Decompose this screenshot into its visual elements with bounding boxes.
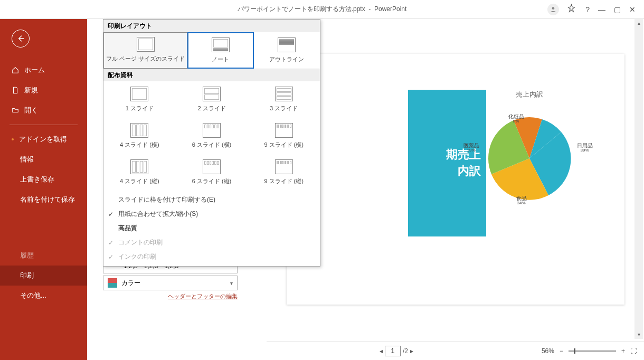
minimize-button[interactable]: ― — [598, 5, 605, 14]
preview-footer: ◂ /2 ▸ 56% − + ⛶ — [267, 341, 644, 360]
print-preview: 期売上 内訳 売上内訳 日用品39% 食品34% 医薬品19% 化粧品 — [267, 19, 644, 339]
handout-6h[interactable]: 6 スライド (横) — [176, 118, 248, 154]
chart: 売上内訳 日用品39% 食品34% 医薬品19% 化粧品8% — [456, 90, 603, 213]
maximize-button[interactable]: ▢ — [614, 5, 621, 14]
svg-point-0 — [552, 7, 555, 10]
zoom-slider[interactable] — [569, 350, 616, 352]
layout-full-page[interactable]: フル ページ サイズのスライド — [103, 32, 187, 69]
page-input[interactable] — [385, 346, 401, 356]
handout-header: 配布資料 — [103, 69, 320, 81]
fit-to-window[interactable]: ⛶ — [630, 347, 637, 355]
backstage-sidebar: ホーム 新規 開く アドインを取得 情報 上書き保存 名前を付けて保存 履歴 印… — [0, 19, 87, 360]
handout-4h[interactable]: 4 スライド (横) — [103, 118, 176, 154]
prev-page[interactable]: ◂ — [380, 347, 383, 355]
zoom-in[interactable]: + — [621, 347, 625, 355]
layout-header: 印刷レイアウト — [103, 20, 320, 32]
close-button[interactable]: ✕ — [629, 5, 636, 14]
help-button[interactable]: ? — [585, 5, 590, 14]
page-navigator: ◂ /2 ▸ — [380, 346, 413, 356]
sidebar-open[interactable]: 開く — [0, 100, 87, 120]
app-name: PowerPoint — [374, 5, 406, 13]
filename: パワーポイントでノートを印刷する方法.pptx — [238, 5, 365, 13]
zoom-out[interactable]: − — [560, 347, 563, 355]
handout-3[interactable]: 3 スライド — [248, 81, 320, 118]
handout-4v[interactable]: 4 スライド (縦) — [103, 154, 176, 191]
scroll-up[interactable]: ▴ — [634, 19, 643, 27]
label-daily: 日用品39% — [577, 143, 593, 153]
opt-frame-slides[interactable]: スライドに枠を付けて印刷する(E) — [103, 193, 320, 207]
sidebar-home[interactable]: ホーム — [0, 60, 87, 80]
account-avatar[interactable] — [547, 4, 559, 15]
layout-outline[interactable]: アウトライン — [254, 32, 320, 69]
slide-page: 期売上 内訳 売上内訳 日用品39% 食品34% 医薬品19% 化粧品 — [287, 54, 624, 305]
coming-soon-icon[interactable] — [567, 4, 577, 15]
sidebar-new[interactable]: 新規 — [0, 80, 87, 100]
zoom-value: 56% — [542, 347, 554, 355]
color-icon — [108, 278, 117, 288]
chart-title: 売上内訳 — [456, 90, 603, 99]
sidebar-history[interactable]: 履歴 — [0, 245, 87, 266]
label-food: 食品34% — [516, 195, 527, 206]
opt-print-ink: ✓インクの印刷 — [103, 250, 320, 264]
handout-1[interactable]: 1 スライド — [103, 81, 176, 118]
handout-6v[interactable]: 6 スライド (縦) — [176, 154, 248, 191]
print-layout-popup: 印刷レイアウト フル ページ サイズのスライド ノート アウトライン 配布資料 … — [103, 19, 320, 267]
sidebar-other[interactable]: その他... — [0, 286, 87, 306]
chevron-down-icon: ▾ — [230, 280, 233, 286]
handout-9h[interactable]: 9 スライド (横) — [248, 118, 320, 154]
opt-high-quality[interactable]: 高品質 — [103, 221, 320, 235]
title-bar: パワーポイントでノートを印刷する方法.pptx - PowerPoint ? ―… — [0, 0, 644, 19]
opt-print-comments: ✓コメントの印刷 — [103, 235, 320, 250]
label-cos: 化粧品8% — [508, 113, 524, 124]
vertical-scrollbar[interactable]: ▴ ▾ — [634, 19, 643, 339]
scroll-down[interactable]: ▾ — [634, 330, 643, 339]
sidebar-save[interactable]: 上書き保存 — [0, 169, 87, 190]
pie-chart — [477, 106, 582, 211]
label-med: 医薬品19% — [463, 143, 479, 153]
setting-color[interactable]: カラー ▾ — [103, 276, 238, 290]
sidebar-saveas[interactable]: 名前を付けて保存 — [0, 190, 87, 210]
layout-notes[interactable]: ノート — [187, 32, 253, 69]
page-total: /2 — [403, 347, 408, 355]
opt-scale-to-fit[interactable]: ✓用紙に合わせて拡大/縮小(S) — [103, 207, 320, 221]
edit-header-footer-link[interactable]: ヘッダーとフッターの編集 — [103, 292, 238, 300]
handout-2[interactable]: 2 スライド — [176, 81, 248, 118]
sidebar-print[interactable]: 印刷 — [0, 266, 87, 286]
sidebar-get-addins[interactable]: アドインを取得 — [0, 129, 87, 149]
handout-9v[interactable]: 9 スライド (縦) — [248, 154, 320, 191]
sidebar-info[interactable]: 情報 — [0, 149, 87, 169]
back-button[interactable] — [12, 30, 30, 48]
next-page[interactable]: ▸ — [410, 347, 413, 355]
